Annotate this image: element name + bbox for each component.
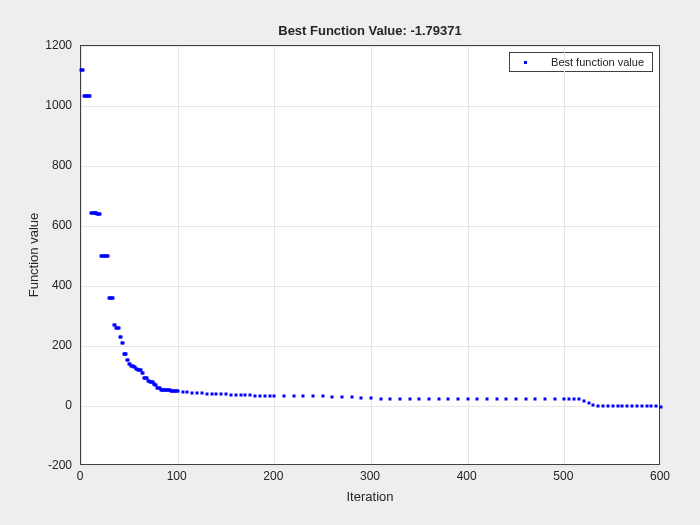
grid-line-v: [661, 46, 662, 464]
data-point: [239, 393, 242, 396]
data-point: [399, 397, 402, 400]
x-tick-label: 0: [77, 469, 84, 483]
data-point: [602, 405, 605, 408]
data-point: [191, 391, 194, 394]
grid-line-v: [371, 46, 372, 464]
data-point: [263, 394, 266, 397]
grid-line-h: [81, 106, 659, 107]
data-point: [582, 399, 585, 402]
data-point: [321, 395, 324, 398]
data-point: [302, 395, 305, 398]
data-point: [312, 395, 315, 398]
data-point: [495, 398, 498, 401]
data-point: [341, 396, 344, 399]
grid-line-h: [81, 466, 659, 467]
data-point: [437, 397, 440, 400]
data-point: [544, 398, 547, 401]
data-point: [635, 405, 638, 408]
data-point: [210, 393, 213, 396]
legend: Best function value: [509, 52, 653, 72]
data-point: [331, 395, 334, 398]
x-tick-label: 100: [167, 469, 187, 483]
data-point: [283, 395, 286, 398]
data-point: [107, 255, 110, 258]
data-point: [119, 336, 122, 339]
data-point: [205, 392, 208, 395]
data-point: [225, 393, 228, 396]
grid-line-h: [81, 406, 659, 407]
data-point: [553, 398, 556, 401]
data-point: [563, 398, 566, 401]
data-point: [141, 372, 144, 375]
data-point: [389, 397, 392, 400]
y-tick-label: -200: [32, 458, 72, 472]
data-point: [428, 397, 431, 400]
x-axis-label: Iteration: [347, 489, 394, 504]
data-point: [457, 398, 460, 401]
data-point: [81, 69, 84, 72]
data-point: [379, 397, 382, 400]
grid-line-h: [81, 286, 659, 287]
legend-marker-icon: [524, 61, 527, 64]
plot-area: Best function value: [80, 45, 660, 465]
data-point: [121, 342, 124, 345]
y-tick-label: 800: [32, 158, 72, 172]
data-point: [466, 398, 469, 401]
grid-line-h: [81, 346, 659, 347]
data-point: [476, 398, 479, 401]
data-point: [249, 394, 252, 397]
data-point: [418, 397, 421, 400]
grid-line-v: [468, 46, 469, 464]
x-tick-label: 200: [263, 469, 283, 483]
data-point: [125, 352, 128, 355]
data-point: [505, 398, 508, 401]
data-point: [573, 398, 576, 401]
figure: Best Function Value: -1.79371 Best funct…: [0, 0, 700, 525]
data-point: [611, 405, 614, 408]
data-point: [117, 327, 120, 330]
data-point: [524, 398, 527, 401]
data-point: [360, 396, 363, 399]
grid-line-h: [81, 226, 659, 227]
data-point: [597, 405, 600, 408]
data-point: [111, 297, 114, 300]
data-point: [592, 404, 595, 407]
data-point: [229, 393, 232, 396]
data-point: [258, 394, 261, 397]
grid-line-h: [81, 46, 659, 47]
data-point: [606, 405, 609, 408]
grid-line-v: [178, 46, 179, 464]
data-point: [660, 405, 663, 408]
grid-line-v: [274, 46, 275, 464]
x-tick-label: 600: [650, 469, 670, 483]
data-point: [370, 397, 373, 400]
data-point: [196, 391, 199, 394]
x-tick-label: 400: [457, 469, 477, 483]
data-point: [181, 390, 184, 393]
data-point: [273, 394, 276, 397]
data-point: [244, 394, 247, 397]
data-point: [127, 358, 130, 361]
y-tick-label: 200: [32, 338, 72, 352]
data-point: [515, 398, 518, 401]
grid-line-v: [81, 46, 82, 464]
data-point: [640, 405, 643, 408]
data-point: [534, 398, 537, 401]
grid-line-v: [564, 46, 565, 464]
x-tick-label: 500: [553, 469, 573, 483]
chart-title: Best Function Value: -1.79371: [278, 23, 462, 38]
x-tick-label: 300: [360, 469, 380, 483]
data-point: [568, 398, 571, 401]
data-point: [626, 405, 629, 408]
data-point: [234, 393, 237, 396]
data-point: [176, 390, 179, 393]
data-point: [99, 213, 102, 216]
data-point: [447, 397, 450, 400]
y-tick-label: 0: [32, 398, 72, 412]
data-point: [486, 398, 489, 401]
data-point: [200, 392, 203, 395]
data-point: [621, 405, 624, 408]
data-point: [220, 393, 223, 396]
y-tick-label: 1200: [32, 38, 72, 52]
y-tick-label: 400: [32, 278, 72, 292]
